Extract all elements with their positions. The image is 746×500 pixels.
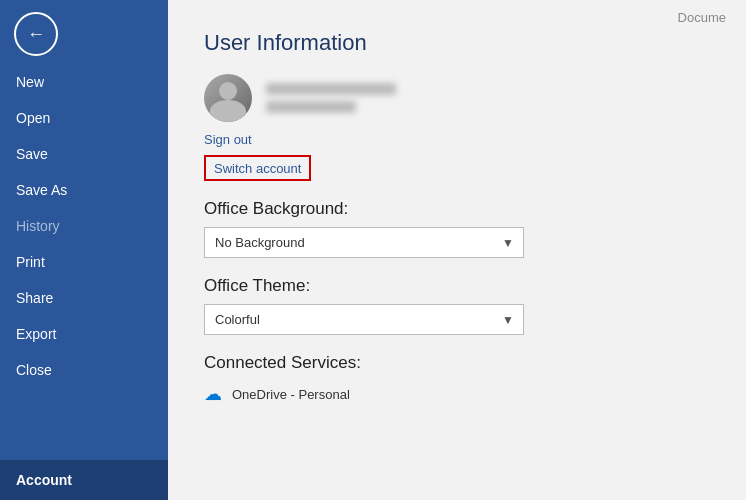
office-background-select[interactable]: No Background bbox=[204, 227, 524, 258]
sidebar-item-export[interactable]: Export bbox=[0, 316, 168, 352]
connected-services-section: Connected Services: ☁ OneDrive - Persona… bbox=[204, 353, 710, 405]
office-background-label: Office Background: bbox=[204, 199, 710, 219]
switch-account-box[interactable]: Switch account bbox=[204, 155, 311, 181]
sidebar-item-save-as[interactable]: Save As bbox=[0, 172, 168, 208]
onedrive-icon: ☁ bbox=[204, 383, 222, 405]
office-theme-dropdown-container: Colorful ▼ bbox=[204, 304, 524, 335]
office-theme-select[interactable]: Colorful bbox=[204, 304, 524, 335]
sidebar-nav: New Open Save Save As History Print Shar… bbox=[0, 64, 168, 460]
user-name-line2 bbox=[266, 101, 356, 113]
user-info-row bbox=[204, 74, 710, 122]
sidebar-item-print[interactable]: Print bbox=[0, 244, 168, 280]
sidebar-item-save[interactable]: Save bbox=[0, 136, 168, 172]
connected-services-label: Connected Services: bbox=[204, 353, 710, 373]
switch-account-link[interactable]: Switch account bbox=[214, 161, 301, 176]
sidebar-item-close[interactable]: Close bbox=[0, 352, 168, 388]
sidebar-item-history[interactable]: History bbox=[0, 208, 168, 244]
sidebar-item-share[interactable]: Share bbox=[0, 280, 168, 316]
sidebar-item-account[interactable]: Account bbox=[0, 460, 168, 500]
sidebar: ← New Open Save Save As History Print Sh… bbox=[0, 0, 168, 500]
user-information-title: User Information bbox=[204, 30, 710, 56]
user-name-blurred bbox=[266, 83, 396, 113]
sidebar-item-open[interactable]: Open bbox=[0, 100, 168, 136]
office-background-dropdown-container: No Background ▼ bbox=[204, 227, 524, 258]
office-theme-label: Office Theme: bbox=[204, 276, 710, 296]
sign-out-link[interactable]: Sign out bbox=[204, 132, 252, 147]
main-content: Docume User Information Sign out Switch … bbox=[168, 0, 746, 500]
office-background-section: Office Background: No Background ▼ bbox=[204, 199, 710, 258]
list-item: ☁ OneDrive - Personal bbox=[204, 383, 710, 405]
sidebar-item-new[interactable]: New bbox=[0, 64, 168, 100]
document-label: Docume bbox=[678, 10, 726, 25]
avatar bbox=[204, 74, 252, 122]
office-theme-section: Office Theme: Colorful ▼ bbox=[204, 276, 710, 335]
back-button[interactable]: ← bbox=[14, 12, 58, 56]
onedrive-label: OneDrive - Personal bbox=[232, 387, 350, 402]
back-arrow-icon: ← bbox=[27, 24, 45, 45]
user-name-line1 bbox=[266, 83, 396, 95]
